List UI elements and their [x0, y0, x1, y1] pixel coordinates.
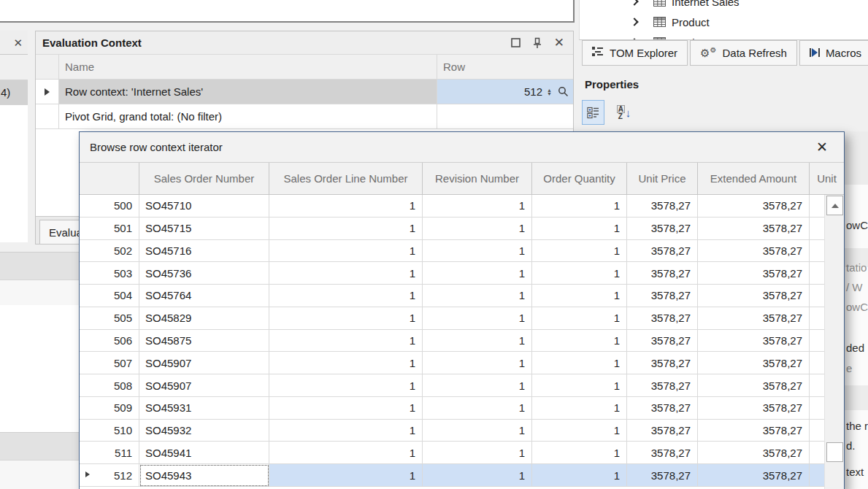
alphabetical-sort-button[interactable]: AZ ↓	[612, 100, 635, 125]
evaluation-pivot-row[interactable]: Pivot Grid, grand total: (No filter)	[36, 104, 573, 129]
cell-unit[interactable]	[810, 285, 824, 307]
cell-unit[interactable]	[810, 240, 824, 263]
cell-sales-order-line-number[interactable]: 1	[269, 285, 423, 307]
cell-rownum[interactable]: 511	[80, 442, 139, 464]
row-number-cell[interactable]	[437, 104, 573, 128]
cell-unit-price[interactable]: 3578,27	[627, 330, 698, 353]
column-header-extended-amount[interactable]: Extended Amount	[698, 163, 810, 194]
cell-unit[interactable]	[810, 374, 824, 397]
table-row[interactable]: 507SO459071113578,273578,27	[80, 352, 824, 374]
cell-order-quantity[interactable]: 1	[532, 285, 627, 307]
cell-order-quantity[interactable]: 1	[532, 420, 627, 442]
cell-revision-number[interactable]: 1	[423, 240, 532, 263]
cell-rownum[interactable]: 512	[80, 464, 139, 487]
table-row[interactable]: 503SO457361113578,273578,27	[80, 262, 824, 285]
cell-sales-order-number[interactable]: SO45715	[139, 217, 269, 240]
cell-sales-order-number[interactable]: SO45764	[139, 285, 269, 307]
cell-extended-amount[interactable]: 3578,27	[698, 217, 810, 240]
cell-unit[interactable]	[810, 307, 824, 330]
column-header-order-quantity[interactable]: Order Quantity	[532, 163, 627, 194]
cell-unit-price[interactable]: 3578,27	[627, 374, 698, 397]
table-row[interactable]: 504SO457641113578,273578,27	[80, 285, 824, 307]
cell-sales-order-line-number[interactable]: 1	[269, 442, 423, 464]
cell-unit[interactable]	[810, 262, 824, 285]
cell-unit-price[interactable]: 3578,27	[627, 240, 698, 263]
table-row[interactable]: 511SO459411113578,273578,27	[80, 442, 824, 464]
cell-order-quantity[interactable]: 1	[532, 464, 627, 487]
table-row[interactable]: 505SO458291113578,273578,27	[80, 307, 824, 330]
tree-item-product[interactable]: Product	[580, 12, 868, 32]
cell-unit-price[interactable]: 3578,27	[627, 464, 698, 487]
cell-sales-order-line-number[interactable]: 1	[269, 330, 423, 353]
cell-unit-price[interactable]: 3578,27	[627, 217, 698, 240]
evaluation-row-context[interactable]: Row context: 'Internet Sales' 512 ▲▼	[36, 80, 573, 104]
cell-sales-order-line-number[interactable]: 1	[269, 464, 423, 487]
table-row[interactable]: 506SO458751113578,273578,27	[80, 330, 824, 353]
dialog-titlebar[interactable]: Browse row context iterator ✕	[80, 132, 844, 162]
cell-rownum[interactable]: 507	[80, 352, 139, 374]
cell-unit-price[interactable]: 3578,27	[627, 397, 698, 420]
tree-item-product-cat[interactable]: Product Cat	[580, 32, 868, 40]
tab-macros[interactable]: Macros	[799, 40, 868, 66]
column-header-unit-price[interactable]: Unit Price	[627, 163, 698, 194]
column-header-sales-order-number[interactable]: Sales Order Number	[139, 163, 269, 194]
cell-extended-amount[interactable]: 3578,27	[698, 464, 810, 487]
cell-extended-amount[interactable]: 3578,27	[698, 240, 810, 263]
cell-extended-amount[interactable]: 3578,27	[698, 285, 810, 307]
cell-rownum[interactable]: 510	[80, 420, 139, 442]
cell-unit-price[interactable]: 3578,27	[627, 195, 698, 217]
pin-icon[interactable]	[533, 37, 542, 49]
cell-sales-order-number[interactable]: SO45932	[139, 420, 269, 442]
close-icon[interactable]: ✕	[810, 140, 834, 154]
cell-unit[interactable]	[810, 420, 824, 442]
tree-item-internet-sales[interactable]: Internet Sales	[580, 0, 868, 12]
cell-extended-amount[interactable]: 3578,27	[698, 442, 810, 464]
spinner-control[interactable]: ▲▼	[547, 88, 552, 96]
spinner-down-icon[interactable]: ▼	[547, 92, 552, 96]
cell-sales-order-number[interactable]: SO45875	[139, 330, 269, 353]
context-name-cell[interactable]: Pivot Grid, grand total: (No filter)	[59, 104, 437, 128]
categorized-view-button[interactable]	[582, 100, 604, 125]
cell-revision-number[interactable]: 1	[423, 397, 532, 420]
cell-rownum[interactable]: 503	[80, 262, 139, 285]
cell-sales-order-line-number[interactable]: 1	[269, 397, 423, 420]
tab-data-refresh[interactable]: ⚙⚙Data Refresh	[690, 40, 797, 66]
chevron-right-icon[interactable]	[630, 18, 638, 26]
column-header-revision-number[interactable]: Revision Number	[423, 163, 532, 194]
cell-unit[interactable]	[810, 442, 824, 464]
cell-sales-order-line-number[interactable]: 1	[269, 307, 423, 330]
cell-revision-number[interactable]: 1	[423, 374, 532, 397]
cell-unit-price[interactable]: 3578,27	[627, 307, 698, 330]
cell-rownum[interactable]: 501	[80, 217, 139, 240]
cell-extended-amount[interactable]: 3578,27	[698, 330, 810, 353]
row-column-header[interactable]: Row	[437, 55, 573, 79]
cell-sales-order-number[interactable]: SO45931	[139, 397, 269, 420]
cell-revision-number[interactable]: 1	[423, 420, 532, 442]
cell-sales-order-line-number[interactable]: 1	[269, 374, 423, 397]
cell-unit[interactable]	[810, 352, 824, 374]
cell-unit-price[interactable]: 3578,27	[627, 352, 698, 374]
cell-sales-order-number[interactable]: SO45907	[139, 374, 269, 397]
close-icon[interactable]: ✕	[554, 36, 564, 49]
cell-unit[interactable]	[810, 195, 824, 217]
table-row[interactable]: 500SO457101113578,273578,27	[80, 195, 824, 217]
cell-sales-order-line-number[interactable]: 1	[269, 240, 423, 263]
search-icon[interactable]	[558, 86, 569, 97]
cell-unit[interactable]	[810, 397, 824, 420]
cell-extended-amount[interactable]: 3578,27	[698, 420, 810, 442]
cell-rownum[interactable]: 502	[80, 240, 139, 263]
table-row[interactable]: 502SO457161113578,273578,27	[80, 240, 824, 263]
cell-rownum[interactable]: 504	[80, 285, 139, 307]
cell-rownum[interactable]: 500	[80, 195, 139, 217]
cell-unit-price[interactable]: 3578,27	[627, 442, 698, 464]
cell-revision-number[interactable]: 1	[423, 330, 532, 353]
cell-revision-number[interactable]: 1	[423, 352, 532, 374]
cell-order-quantity[interactable]: 1	[532, 352, 627, 374]
column-header-unit[interactable]: Unit	[810, 163, 844, 194]
vertical-scrollbar[interactable]	[824, 195, 844, 489]
cell-revision-number[interactable]: 1	[423, 442, 532, 464]
cell-rownum[interactable]: 505	[80, 307, 139, 330]
close-icon[interactable]: ✕	[13, 37, 23, 48]
column-header-rownum[interactable]	[80, 163, 139, 194]
cell-revision-number[interactable]: 1	[423, 195, 532, 217]
